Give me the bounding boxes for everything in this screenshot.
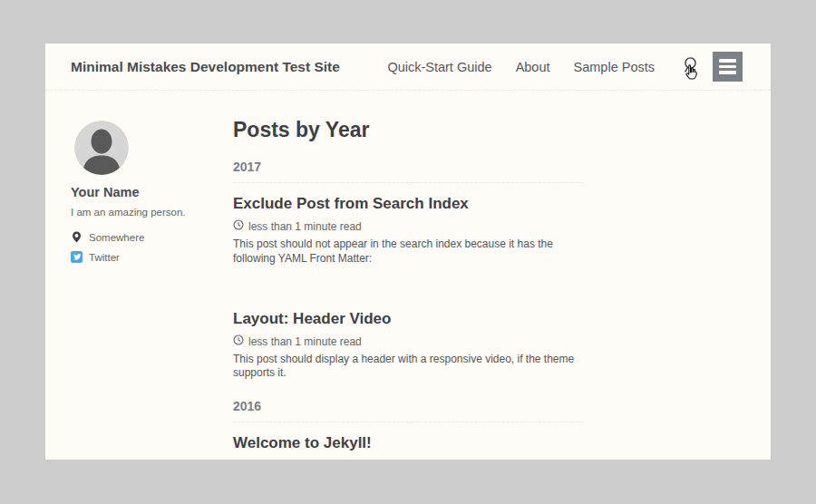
- search-icon: [681, 64, 698, 78]
- posts-archive: Posts by Year 2017 Exclude Post from Sea…: [233, 118, 582, 460]
- author-twitter-link[interactable]: Twitter: [71, 251, 233, 263]
- nav-item-sample-posts[interactable]: Sample Posts: [574, 60, 655, 74]
- clock-icon: [233, 334, 244, 348]
- year-heading: 2017: [233, 160, 582, 183]
- post-excerpt: This post should not appear in the searc…: [233, 237, 582, 265]
- search-button[interactable]: [679, 55, 699, 79]
- year-section-2016: 2016 Welcome to Jekyll! less than 1 minu…: [233, 399, 582, 460]
- clock-icon: [233, 219, 244, 233]
- hamburger-icon: [719, 59, 736, 74]
- map-marker-icon: [71, 231, 83, 243]
- author-sidebar: Your Name I am an amazing person. Somewh…: [71, 118, 233, 460]
- nav-item-quick-start-guide[interactable]: Quick-Start Guide: [387, 60, 491, 74]
- twitter-icon: [71, 251, 83, 263]
- author-bio: I am an amazing person.: [71, 207, 233, 218]
- post-meta: less than 1 minute read: [233, 219, 582, 233]
- author-twitter-label: Twitter: [89, 252, 120, 263]
- person-silhouette-icon: [74, 162, 129, 175]
- author-links: Somewhere Twitter: [71, 231, 233, 263]
- read-time: less than 1 minute read: [248, 335, 362, 348]
- post-item: Layout: Header Video less than 1 minute …: [233, 298, 582, 381]
- page-title: Posts by Year: [233, 120, 582, 141]
- nav-item-about[interactable]: About: [516, 60, 550, 74]
- author-location-label: Somewhere: [89, 232, 144, 243]
- masthead: Minimal Mistakes Development Test Site Q…: [45, 44, 771, 91]
- avatar: [74, 121, 129, 175]
- post-meta: less than 1 minute read: [233, 334, 582, 348]
- read-time: less than 1 minute read: [248, 220, 362, 233]
- year-section-2017: 2017 Exclude Post from Search Index less…: [233, 160, 582, 380]
- post-excerpt: This post should display a header with a…: [233, 353, 582, 380]
- menu-toggle-button[interactable]: [713, 52, 743, 82]
- primary-nav: Quick-Start Guide About Sample Posts: [387, 60, 655, 74]
- year-heading: 2016: [233, 399, 582, 422]
- author-location-link[interactable]: Somewhere: [71, 231, 233, 243]
- author-name: Your Name: [71, 185, 233, 199]
- post-title-link[interactable]: Layout: Header Video: [233, 310, 582, 328]
- post-title-link[interactable]: Welcome to Jekyll!: [233, 434, 582, 452]
- post-title-link[interactable]: Exclude Post from Search Index: [233, 195, 582, 213]
- site-page-card: Minimal Mistakes Development Test Site Q…: [45, 44, 771, 460]
- post-item: Welcome to Jekyll! less than 1 minute re…: [233, 422, 582, 460]
- post-item: Exclude Post from Search Index less than…: [233, 183, 582, 266]
- content-area: Your Name I am an amazing person. Somewh…: [45, 91, 771, 460]
- site-title-link[interactable]: Minimal Mistakes Development Test Site: [71, 59, 340, 75]
